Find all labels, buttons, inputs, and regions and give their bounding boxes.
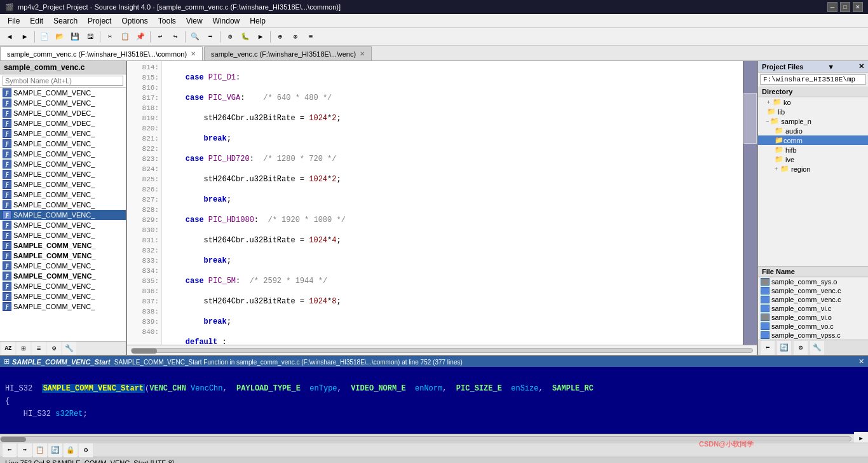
symbol-item[interactable]: ƑSAMPLE_COMM_VENC_ (0, 251, 126, 261)
symbol-item[interactable]: ƑSAMPLE_COMM_VENC_ (0, 291, 126, 301)
paste-button[interactable]: 📌 (133, 30, 147, 44)
bt-btn-3[interactable]: 📋 (33, 443, 47, 457)
tab-1-close[interactable]: ✕ (360, 50, 365, 57)
tab-0[interactable]: sample_comm_venc.c (F:\winshare_HI3518E\… (0, 46, 203, 60)
file-item-0[interactable]: sample_comm_sys.o (758, 277, 868, 286)
menu-search[interactable]: Search (48, 15, 83, 27)
bt-btn-6[interactable]: ⚙ (79, 443, 93, 457)
menu-tools[interactable]: Tools (153, 15, 181, 27)
debug-button[interactable]: 🐛 (238, 30, 252, 44)
dir-item-comm[interactable]: 📁 comm (758, 135, 868, 145)
rp-btn-3[interactable]: ⚙ (794, 341, 808, 355)
bottom-hscrollbar-thumb[interactable] (1, 437, 26, 442)
file-item-2[interactable]: sample_comm_venc.c (758, 295, 868, 304)
symbol-item[interactable]: ƑSAMPLE_COMM_VENC_ (0, 301, 126, 312)
expand-icon[interactable]: ＋ (773, 165, 779, 173)
tab-1[interactable]: sample_venc.c (F:\winshare_HI3518E\...\v… (204, 46, 372, 60)
menu-project[interactable]: Project (83, 15, 116, 27)
hscrollbar-thumb[interactable] (132, 349, 157, 354)
file-item-4[interactable]: sample_comm_vi.o (758, 313, 868, 322)
symbol-item[interactable]: ƑSAMPLE_COMM_VENC_ (0, 179, 126, 190)
symbol-item-selected[interactable]: ƑSAMPLE_COMM_VENC_ (0, 210, 126, 220)
file-item-5[interactable]: sample_comm_vo.c (758, 322, 868, 331)
dir-item-ive[interactable]: 📁 ive (758, 155, 868, 164)
dir-item-region[interactable]: ＋ 📁 region (758, 164, 868, 174)
symbol-item[interactable]: ƑSAMPLE_COMM_VDEC_ (0, 118, 126, 128)
symbol-item[interactable]: ƑSAMPLE_COMM_VENC_ (0, 190, 126, 200)
extra-btn-2[interactable]: ⊗ (288, 30, 302, 44)
symbol-type-btn[interactable]: ⊞ (17, 342, 31, 356)
dir-item-lib[interactable]: 📁 lib (758, 107, 868, 116)
hscrollbar-track[interactable] (131, 348, 753, 353)
symbol-search-input[interactable] (3, 76, 123, 86)
symbol-item[interactable]: ƑSAMPLE_COMM_VENC_ (0, 159, 126, 169)
file-item-6[interactable]: sample_comm_vpss.c (758, 331, 868, 340)
rp-btn-2[interactable]: 🔄 (777, 341, 791, 355)
expand-icon[interactable]: ＋ (766, 98, 771, 106)
panel-close-icon[interactable]: ✕ (858, 62, 864, 71)
menu-edit[interactable]: Edit (25, 15, 48, 27)
menu-view[interactable]: View (181, 15, 208, 27)
bt-btn-2[interactable]: ➡ (18, 443, 32, 457)
menu-help[interactable]: Help (245, 15, 271, 27)
symbol-item[interactable]: ƑSAMPLE_COMM_VENC_ (0, 98, 126, 108)
bt-btn-4[interactable]: 🔄 (48, 443, 62, 457)
save-button[interactable]: 💾 (68, 30, 82, 44)
symbol-settings-btn[interactable]: 🔧 (62, 342, 76, 356)
extra-btn-3[interactable]: ≡ (304, 30, 318, 44)
goto-button[interactable]: ➡ (203, 30, 217, 44)
bt-btn-5[interactable]: 🔒 (64, 443, 78, 457)
undo-button[interactable]: ↩ (153, 30, 167, 44)
symbol-item[interactable]: ƑSAMPLE_COMM_VENC_ (0, 169, 126, 179)
hscrollbar[interactable] (127, 345, 757, 355)
search-button[interactable]: 🔍 (188, 30, 202, 44)
symbol-item[interactable]: ƑSAMPLE_COMM_VENC_ (0, 200, 126, 210)
redo-button[interactable]: ↪ (168, 30, 182, 44)
menu-window[interactable]: Window (208, 15, 245, 27)
symbol-item[interactable]: ƑSAMPLE_COMM_VENC_ (0, 88, 126, 98)
rp-btn-4[interactable]: 🔧 (810, 341, 824, 355)
cut-button[interactable]: ✂ (103, 30, 117, 44)
dir-item-ko[interactable]: ＋ 📁 ko (758, 97, 868, 107)
expand-icon-sample[interactable]: − (766, 118, 769, 125)
symbol-options-btn[interactable]: ⚙ (47, 342, 61, 356)
panel-dropdown-icon[interactable]: ▼ (827, 63, 834, 71)
close-button[interactable]: ✕ (853, 2, 863, 12)
forward-button[interactable]: ▶ (18, 30, 32, 44)
title-bar-controls[interactable]: ─ □ ✕ (827, 2, 863, 12)
file-item-3[interactable]: sample_comm_vi.c (758, 304, 868, 313)
tab-0-close[interactable]: ✕ (191, 50, 196, 57)
menu-file[interactable]: File (3, 15, 25, 27)
bt-btn-1[interactable]: ⬅ (3, 443, 17, 457)
code-content[interactable]: case PIC_D1: case PIC_VGA: /* 640 * 480 … (162, 61, 743, 345)
symbol-item[interactable]: ƑSAMPLE_COMM_VENC_ (0, 271, 126, 281)
open-button[interactable]: 📂 (53, 30, 67, 44)
maximize-button[interactable]: □ (840, 2, 850, 12)
file-item-1[interactable]: sample_comm_venc.c (758, 286, 868, 295)
run-button[interactable]: ▶ (254, 30, 268, 44)
extra-btn-1[interactable]: ⊕ (273, 30, 287, 44)
symbol-item[interactable]: ƑSAMPLE_COMM_VENC_ (0, 139, 126, 149)
symbol-filter-btn[interactable]: ≡ (32, 342, 46, 356)
symbol-item[interactable]: ƑSAMPLE_COMM_VENC_ (0, 128, 126, 139)
symbol-item[interactable]: ƑSAMPLE_COMM_VENC_ (0, 240, 126, 251)
save-all-button[interactable]: 🖫 (83, 30, 97, 44)
symbol-item[interactable]: ƑSAMPLE_COMM_VDEC_ (0, 108, 126, 118)
symbol-item[interactable]: ƑSAMPLE_COMM_VENC_ (0, 149, 126, 159)
dir-item-hifb[interactable]: 📁 hifb (758, 145, 868, 155)
symbol-item[interactable]: ƑSAMPLE_COMM_VENC_ (0, 261, 126, 271)
build-button[interactable]: ⚙ (223, 30, 237, 44)
bottom-close-icon[interactable]: ✕ (858, 357, 864, 366)
symbol-item[interactable]: ƑSAMPLE_COMM_VENC_ (0, 220, 126, 230)
rp-btn-1[interactable]: ⬅ (761, 341, 775, 355)
menu-options[interactable]: Options (116, 15, 153, 27)
new-button[interactable]: 📄 (37, 30, 51, 44)
symbol-item[interactable]: ƑSAMPLE_COMM_VENC_ (0, 281, 126, 291)
minimize-button[interactable]: ─ (827, 2, 837, 12)
back-button[interactable]: ◀ (3, 30, 17, 44)
copy-button[interactable]: 📋 (118, 30, 132, 44)
dir-item-sample-n[interactable]: − 📁 sample_n (758, 116, 868, 126)
dir-item-audio[interactable]: 📁 audio (758, 126, 868, 135)
symbol-item[interactable]: ƑSAMPLE_COMM_VENC_ (0, 230, 126, 240)
az-btn[interactable]: AZ (1, 342, 15, 356)
